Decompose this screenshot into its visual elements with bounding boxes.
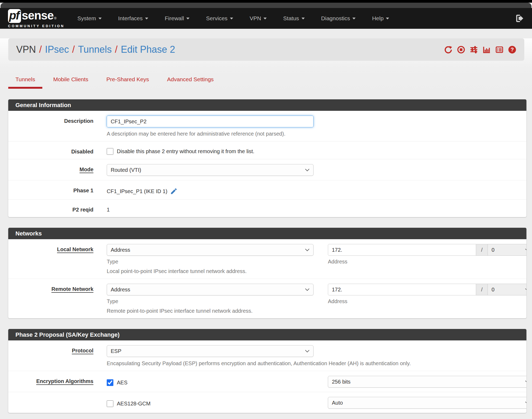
local-prefix-select[interactable]: 0	[488, 244, 526, 256]
breadcrumb-separator: /	[39, 44, 42, 55]
nav-item-label: Services	[206, 15, 228, 22]
protocol-select-wrap: ESP	[107, 345, 314, 357]
mode-label: Mode	[16, 164, 93, 173]
nav-item-diagnostics[interactable]: Diagnostics	[321, 15, 356, 22]
phase1-row: Phase 1 CF1_IPsec_P1 (IKE ID 1)	[8, 180, 526, 200]
tab-pre-shared-keys[interactable]: Pre-Shared Keys	[99, 76, 156, 89]
pfsense-logo[interactable]: pfsense® COMMUNITY EDITION	[8, 9, 65, 28]
protocol-select[interactable]: ESP	[107, 345, 314, 357]
aes128gcm-checkbox[interactable]	[107, 400, 113, 407]
local-address-input[interactable]	[328, 244, 476, 256]
nav-item-status[interactable]: Status	[283, 15, 305, 22]
registered-mark: ®	[54, 17, 56, 20]
help-icon[interactable]: ?	[508, 46, 516, 54]
nav-item-label: Firewall	[165, 15, 184, 22]
remote-network-row: Remote Network Address Type /	[8, 279, 526, 318]
aes128gcm-keylen-select[interactable]: Auto	[328, 397, 526, 409]
breadcrumb-separator: /	[72, 44, 75, 55]
caret-down-icon	[98, 18, 102, 19]
pfsense-edition-label: COMMUNITY EDITION	[8, 24, 65, 28]
page-body: VPN / IPsec / Tunnels / Edit Phase 2 ? T…	[0, 38, 532, 419]
general-information-panel: General Information Description A descri…	[8, 99, 526, 217]
breadcrumb-actions: ?	[444, 46, 516, 54]
sliders-icon[interactable]	[470, 46, 478, 54]
caret-down-icon	[352, 18, 356, 19]
local-address-group: / 0	[328, 244, 526, 256]
description-row: Description A description may be entered…	[8, 111, 526, 141]
breadcrumb-link-edit-phase2[interactable]: Edit Phase 2	[121, 44, 175, 55]
mode-row: Mode Routed (VTI)	[8, 159, 526, 180]
protocol-row: Protocol ESP Encapsulating Security Payl…	[8, 340, 526, 371]
remote-prefix-select-wrap: 0	[488, 284, 526, 295]
local-type-sublabel: Type	[107, 259, 314, 265]
description-help: A description may be entered here for ad…	[107, 131, 523, 137]
pencil-icon[interactable]	[170, 188, 178, 195]
nav-item-vpn[interactable]: VPN	[250, 15, 267, 22]
pfsense-logo-wordmark: pfsense®	[8, 9, 65, 23]
caret-down-icon	[386, 18, 389, 19]
window-top-bar	[0, 0, 532, 3]
panel-title: Networks	[8, 228, 526, 239]
remote-address-input[interactable]	[328, 284, 476, 295]
breadcrumb-link-tunnels[interactable]: Tunnels	[78, 44, 112, 55]
list-icon[interactable]	[495, 46, 504, 54]
breadcrumb-separator: /	[115, 44, 118, 55]
encryption-algorithms-label: Encryption Algorithms	[16, 376, 93, 384]
refresh-icon[interactable]	[444, 46, 452, 54]
caret-down-icon	[145, 18, 148, 19]
mode-select[interactable]: Routed (VTI)	[107, 164, 314, 176]
window-frame-strip	[1, 3, 531, 8]
tab-bar: Tunnels Mobile Clients Pre-Shared Keys A…	[8, 76, 532, 89]
remote-type-sublabel: Type	[107, 298, 314, 304]
p2reqid-value: 1	[107, 207, 110, 213]
tab-tunnels[interactable]: Tunnels	[8, 76, 42, 89]
local-address-sublabel: Address	[328, 259, 526, 265]
nav-item-label: Help	[372, 15, 383, 22]
description-input[interactable]	[107, 116, 314, 127]
aes-checkbox[interactable]	[107, 379, 113, 386]
empty-label	[16, 397, 93, 399]
disabled-label: Disabled	[16, 146, 93, 155]
p2reqid-label: P2 reqid	[16, 204, 93, 213]
caret-down-icon	[302, 18, 305, 19]
disabled-checkbox[interactable]	[107, 148, 113, 155]
local-network-label: Local Network	[16, 244, 93, 253]
nav-item-services[interactable]: Services	[206, 15, 233, 22]
networks-panel: Networks Local Network Address Type	[8, 228, 526, 318]
protocol-help: Encapsulating Security Payload (ESP) per…	[107, 360, 523, 367]
slash-addon: /	[476, 284, 488, 295]
aes-keylen-select[interactable]: 256 bits	[328, 376, 526, 388]
stop-icon[interactable]	[457, 46, 465, 54]
remote-type-select[interactable]: Address	[107, 284, 314, 295]
breadcrumb: VPN / IPsec / Tunnels / Edit Phase 2	[16, 44, 175, 55]
chart-bar-icon[interactable]	[482, 46, 491, 54]
phase1-label: Phase 1	[16, 185, 93, 194]
breadcrumb-link-ipsec[interactable]: IPsec	[45, 44, 69, 55]
aes-keylen-select-wrap: 256 bits	[328, 376, 526, 388]
aes128gcm-keylen-select-wrap: Auto	[328, 397, 526, 409]
navbar-menu: System Interfaces Firewall Services VPN …	[77, 15, 389, 22]
nav-item-interfaces[interactable]: Interfaces	[118, 15, 148, 22]
panel-title: Phase 2 Proposal (SA/Key Exchange)	[8, 329, 526, 340]
aes128gcm-label: AES128-GCM	[117, 401, 151, 407]
tab-advanced-settings[interactable]: Advanced Settings	[160, 76, 221, 89]
local-type-select-wrap: Address	[107, 244, 314, 256]
breadcrumb-panel: VPN / IPsec / Tunnels / Edit Phase 2 ?	[8, 38, 524, 61]
local-type-select[interactable]: Address	[107, 244, 314, 256]
local-prefix-select-wrap: 0	[488, 244, 526, 256]
local-network-row: Local Network Address Type /	[8, 239, 526, 279]
mode-select-wrap: Routed (VTI)	[107, 164, 314, 176]
aes-label: AES	[117, 380, 127, 386]
description-label: Description	[16, 116, 93, 124]
tab-mobile-clients[interactable]: Mobile Clients	[46, 76, 96, 89]
sign-out-icon[interactable]	[515, 14, 524, 23]
encryption-aes-row: Encryption Algorithms AES 256 bits	[8, 371, 526, 392]
caret-down-icon	[186, 18, 189, 19]
remote-prefix-select[interactable]: 0	[488, 284, 526, 295]
nav-item-help[interactable]: Help	[372, 15, 389, 22]
caret-down-icon	[263, 18, 267, 19]
encryption-aes128gcm-row: AES128-GCM Auto	[8, 392, 526, 413]
nav-item-system[interactable]: System	[77, 15, 102, 22]
nav-item-firewall[interactable]: Firewall	[165, 15, 189, 22]
p2reqid-row: P2 reqid 1	[8, 200, 526, 217]
